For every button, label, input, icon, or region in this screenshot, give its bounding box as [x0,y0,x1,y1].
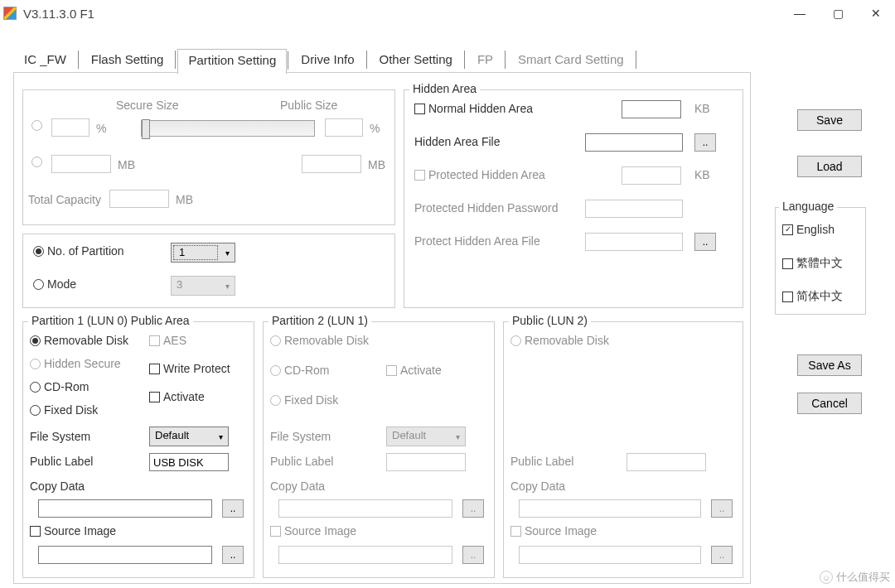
protect-file-browse[interactable]: .. [694,233,716,251]
partition-count-group: No. of Partition 1▾ Mode 3▾ [22,234,395,308]
p1-fs-combo[interactable]: Default▾ [149,427,229,446]
size-slider[interactable] [141,120,315,137]
tab-ic-fw[interactable]: IC _FW [13,48,77,73]
hidden-file-browse[interactable]: .. [694,133,716,152]
tab-fp[interactable]: FP [467,48,504,73]
normal-hidden-size-input[interactable] [622,100,681,118]
window-title: V3.11.3.0 F1 [23,7,781,21]
secure-pct-input[interactable] [51,118,90,137]
kb-unit-2: KB [694,168,710,181]
p2-copy-label: Copy Data [270,480,325,493]
size-pct-radio[interactable] [31,120,42,131]
app-icon [3,7,17,20]
mode-combo[interactable]: 3▾ [171,276,235,296]
p3-source-input[interactable] [519,546,701,564]
partition-panel: Secure Size Public Size % % MB MB Total … [13,72,751,584]
p2-fs-combo[interactable]: Default▾ [386,427,466,446]
p1-activate-checkbox[interactable]: Activate [149,390,205,403]
p2-label-input[interactable] [386,453,466,471]
partition-1-group: Partition 1 (LUN 0) Public Area Removabl… [22,321,254,578]
watermark: ☺什么值得买 [820,570,890,585]
secure-size-label: Secure Size [116,99,178,112]
p3-source-checkbox[interactable]: Source Image [510,524,597,537]
lang-english-checkbox[interactable]: English [782,223,835,236]
normal-hidden-checkbox[interactable]: Normal Hidden Area [414,102,533,115]
p3-label-input[interactable] [626,453,706,471]
p2-copy-browse[interactable]: .. [462,499,484,518]
protected-pw-input[interactable] [585,200,683,218]
chevron-down-icon: ▾ [220,277,235,295]
p2-fs-label: File System [270,430,331,443]
p3-copy-label: Copy Data [510,480,565,493]
protect-file-label: Protect Hidden Area File [414,234,540,248]
hidden-area-legend: Hidden Area [409,82,480,95]
p2-source-browse[interactable]: .. [462,546,484,564]
p1-source-input[interactable] [38,546,212,564]
tab-smart-card[interactable]: Smart Card Setting [507,48,635,73]
p1-copy-input[interactable] [38,499,212,518]
tab-flash-setting[interactable]: Flash Setting [80,48,175,73]
language-legend: Language [779,200,837,213]
p2-legend: Partition 2 (LUN 1) [268,314,371,327]
p1-write-protect-checkbox[interactable]: Write Protect [149,362,230,375]
p3-copy-browse[interactable]: .. [711,499,733,518]
protected-hidden-checkbox[interactable]: Protected Hidden Area [414,168,545,181]
hidden-area-group: Hidden Area Normal Hidden Area KB Hidden… [404,89,743,308]
p1-cdrom-radio[interactable]: CD-Rom [30,380,89,393]
smile-icon: ☺ [820,571,833,584]
p3-legend: Public (LUN 2) [509,314,591,327]
total-capacity-input[interactable] [109,190,169,208]
minimize-button[interactable]: — [781,0,819,27]
maximize-button[interactable]: ▢ [819,0,857,27]
p3-label-label: Public Label [510,455,573,468]
protect-file-input[interactable] [585,233,683,251]
num-partition-radio[interactable]: No. of Partition [33,244,124,258]
p1-aes-checkbox[interactable]: AES [149,334,186,347]
p2-activate-checkbox[interactable]: Activate [386,364,442,377]
p1-fixed-radio[interactable]: Fixed Disk [30,403,98,417]
tab-drive-info[interactable]: Drive Info [290,48,365,73]
total-capacity-label: Total Capacity [28,193,101,206]
p1-copy-browse[interactable]: .. [222,499,244,518]
p1-hidden-secure-radio[interactable]: Hidden Secure [30,357,121,370]
protected-hidden-size-input[interactable] [622,166,681,185]
p1-removable-radio[interactable]: Removable Disk [30,334,128,347]
size-mb-radio[interactable] [31,157,42,167]
public-pct-input[interactable] [325,118,363,137]
p1-source-checkbox[interactable]: Source Image [30,524,116,537]
hidden-file-input[interactable] [585,133,683,152]
protected-pw-label: Protected Hidden Password [414,201,559,214]
p3-removable-radio[interactable]: Removable Disk [510,334,609,347]
num-partition-combo[interactable]: 1▾ [171,243,235,263]
p2-removable-radio[interactable]: Removable Disk [270,334,369,347]
p2-source-checkbox[interactable]: Source Image [270,524,356,537]
p2-copy-input[interactable] [278,499,452,518]
p3-copy-input[interactable] [519,499,701,518]
p1-source-browse[interactable]: .. [222,546,244,564]
lang-tc-checkbox[interactable]: 繁體中文 [782,256,843,271]
p3-source-browse[interactable]: .. [711,546,733,564]
public-mb-input[interactable] [302,155,361,173]
public-lun2-group: Public (LUN 2) Removable Disk Public Lab… [503,321,743,578]
tab-partition-setting[interactable]: Partition Setting [177,49,287,74]
p2-fixed-radio[interactable]: Fixed Disk [270,393,338,407]
close-button[interactable]: ✕ [857,0,895,27]
lang-sc-checkbox[interactable]: 简体中文 [782,289,843,304]
cancel-button[interactable]: Cancel [797,393,862,414]
public-size-label: Public Size [280,99,337,112]
mode-radio[interactable]: Mode [33,277,76,291]
save-as-button[interactable]: Save As [797,354,862,376]
chevron-down-icon: ▾ [450,427,465,446]
secure-mb-input[interactable] [51,155,111,173]
tab-other-setting[interactable]: Other Setting [369,48,463,73]
p1-label-input[interactable] [149,453,229,471]
p1-label-label: Public Label [30,455,93,468]
mb-unit-1: MB [118,158,135,171]
mb-unit-3: MB [176,193,193,206]
language-group: Language English 繁體中文 简体中文 [775,207,866,315]
p2-source-input[interactable] [278,546,452,564]
save-button[interactable]: Save [797,109,862,131]
mb-unit-2: MB [368,158,385,171]
load-button[interactable]: Load [797,156,862,177]
p2-cdrom-radio[interactable]: CD-Rom [270,364,329,377]
